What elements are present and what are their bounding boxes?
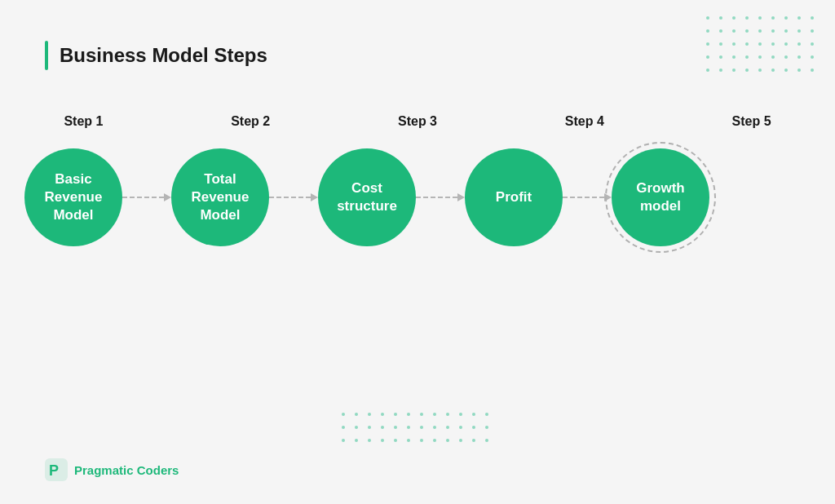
title-bar bbox=[45, 41, 48, 70]
step-label-3: Step 3 bbox=[359, 114, 477, 129]
page-title: Business Model Steps bbox=[60, 44, 267, 67]
page-container: Business Model Steps Step 1Step 2Step 3S… bbox=[0, 0, 835, 504]
step-circle-3: Cost structure bbox=[318, 148, 416, 246]
connector-arrow-1 bbox=[164, 193, 171, 201]
svg-text:P: P bbox=[49, 462, 59, 479]
connector-line-1 bbox=[122, 197, 164, 198]
step-label-5: Step 5 bbox=[692, 114, 811, 129]
step-label-4: Step 4 bbox=[525, 114, 643, 129]
labels-row: Step 1Step 2Step 3Step 4Step 5 bbox=[24, 114, 811, 129]
logo-section: P Pragmatic Coders bbox=[45, 458, 179, 481]
decorative-dots-bottom-center bbox=[342, 413, 493, 447]
connector-line-2 bbox=[269, 197, 311, 198]
connector-1 bbox=[122, 193, 171, 201]
step-circle-2: Total Revenue Model bbox=[171, 148, 269, 246]
logo-icon: P bbox=[45, 458, 68, 481]
step-circle-1: Basic Revenue Model bbox=[24, 148, 122, 246]
steps-section: Step 1Step 2Step 3Step 4Step 5 Basic Rev… bbox=[24, 114, 811, 246]
connector-2 bbox=[269, 193, 318, 201]
connector-line-3 bbox=[416, 197, 457, 198]
logo-text: Pragmatic Coders bbox=[74, 463, 179, 477]
logo-highlight: Coders bbox=[137, 463, 179, 477]
step-circle-5: Growth model bbox=[612, 148, 709, 246]
step-circle-4: Profit bbox=[465, 148, 563, 246]
title-section: Business Model Steps bbox=[45, 41, 267, 70]
step-label-1: Step 1 bbox=[24, 114, 143, 129]
connector-arrow-2 bbox=[311, 193, 318, 201]
connector-line-4 bbox=[563, 197, 604, 198]
connector-arrow-3 bbox=[457, 193, 465, 201]
logo-name: Pragmatic bbox=[74, 463, 134, 477]
connector-3 bbox=[416, 193, 465, 201]
step-label-2: Step 2 bbox=[192, 114, 310, 129]
circles-row: Basic Revenue ModelTotal Revenue ModelCo… bbox=[24, 148, 811, 246]
decorative-dots-top-right bbox=[706, 16, 819, 77]
connector-4 bbox=[563, 193, 612, 201]
